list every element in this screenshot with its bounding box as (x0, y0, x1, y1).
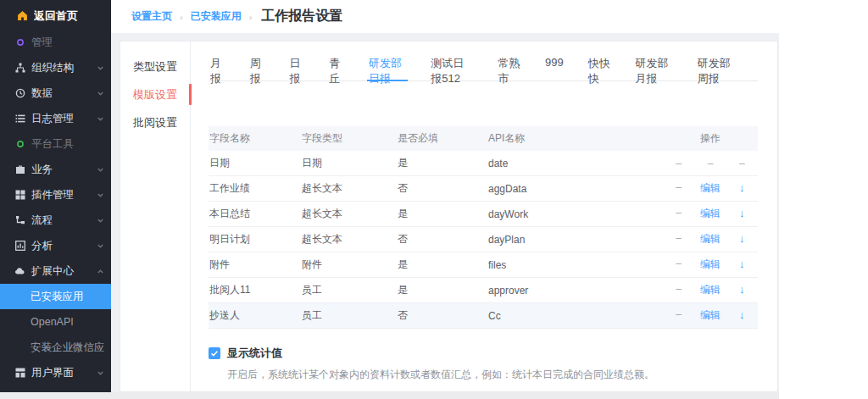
sidebar-item-4[interactable]: 日志管理 (0, 106, 111, 131)
breadcrumb-link-settings-home[interactable]: 设置主页 (131, 9, 172, 24)
table-row: 批阅人11员工是approver–编辑↓ (209, 278, 758, 303)
clock-icon (14, 88, 26, 98)
edit-link[interactable]: 编辑 (694, 283, 726, 297)
sidebar-item-label: 返回首页 (34, 8, 104, 24)
action-disabled-dash: – (663, 232, 694, 247)
sidebar-item-label: 用户界面 (31, 366, 97, 380)
cell-field-name: 附件 (209, 258, 302, 272)
chevron-down-icon (97, 191, 104, 199)
chevron-down-icon (97, 242, 104, 250)
sidebar-item-8[interactable]: 流程 (0, 208, 111, 233)
breadcrumb-link-installed-apps[interactable]: 已安装应用 (191, 9, 242, 24)
action-disabled-dash: – (663, 158, 694, 169)
move-down-icon[interactable]: ↓ (726, 308, 758, 323)
card-content: 月报周报日报青丘研发部日报测试日报512常熟市999快快快研发部月报研发部周报 … (209, 42, 758, 392)
sidebar-item-14[interactable]: 用户界面 (0, 360, 111, 385)
org-structure-icon (14, 63, 26, 73)
table-row: 日期日期是date––– (209, 151, 758, 176)
action-disabled-dash: – (663, 283, 694, 297)
cell-field-name: 明日计划 (209, 232, 302, 247)
action-disabled-dash: – (726, 158, 758, 169)
tab-3[interactable]: 青丘 (327, 53, 346, 80)
cell-required: 否 (398, 232, 488, 247)
field-table: 字段名称字段类型是否必填API名称操作日期日期是date–––工作业绩超长文本否… (209, 126, 758, 329)
cell-field-type: 日期 (302, 156, 398, 170)
cell-field-name: 日期 (209, 156, 302, 170)
move-down-icon[interactable]: ↓ (726, 258, 758, 272)
tab-10[interactable]: 研发部周报 (696, 53, 737, 80)
sidebar-item-11[interactable]: 已安装应用 (0, 284, 111, 309)
settings-menu-item-1[interactable]: 模版设置 (120, 80, 190, 108)
sidebar-item-12[interactable]: OpenAPI (0, 309, 111, 335)
edit-link[interactable]: 编辑 (694, 232, 726, 247)
edit-link[interactable]: 编辑 (694, 207, 726, 221)
move-down-icon[interactable]: ↓ (726, 181, 758, 196)
tab-4[interactable]: 研发部日报 (367, 53, 408, 81)
bottom-edge-strip (0, 392, 779, 399)
action-disabled-dash: – (663, 207, 694, 221)
settings-menu-item-2[interactable]: 批阅设置 (120, 108, 190, 136)
breadcrumb-separator-icon: › (180, 12, 183, 22)
sidebar-item-3[interactable]: 数据 (0, 80, 111, 106)
table-row: 本日总结超长文本是dayWork–编辑↓ (209, 202, 758, 227)
breadcrumb-bar: 设置主页 › 已安装应用 › 工作报告设置 (111, 0, 868, 33)
cell-actions: –编辑↓ (663, 283, 758, 297)
cell-field-type: 超长文本 (302, 181, 398, 196)
tab-8[interactable]: 快快快 (587, 53, 613, 80)
breadcrumb-separator-icon: › (249, 12, 253, 22)
tab-1[interactable]: 周报 (248, 53, 267, 80)
checkmark-icon (210, 349, 219, 357)
sidebar-item-home[interactable]: 返回首页 (0, 2, 111, 30)
sidebar-item-2[interactable]: 组织结构 (0, 55, 111, 80)
stats-section: 显示统计值 开启后，系统统计某个对象内的资料计数或者数值汇总，例如：统计本日完成… (209, 346, 758, 382)
chevron-down-icon (97, 166, 104, 174)
sidebar-item-6[interactable]: 业务 (0, 157, 111, 182)
table-row: 明日计划超长文本否dayPlan–编辑↓ (209, 227, 758, 252)
show-stats-checkbox[interactable] (209, 347, 220, 359)
tab-2[interactable]: 日报 (287, 53, 306, 80)
tab-6[interactable]: 常熟市 (497, 53, 523, 80)
ring-green-icon (14, 140, 26, 148)
move-down-icon[interactable]: ↓ (726, 283, 758, 297)
sidebar-item-label: 日志管理 (31, 112, 97, 126)
col-header-actions: 操作 (663, 131, 758, 146)
cell-field-type: 超长文本 (302, 232, 398, 247)
cell-required: 是 (398, 283, 488, 297)
settings-menu-item-0[interactable]: 类型设置 (120, 53, 190, 80)
edit-link[interactable]: 编辑 (694, 258, 726, 272)
tab-9[interactable]: 研发部月报 (633, 53, 674, 80)
cell-field-type: 附件 (302, 258, 398, 272)
cell-api-name: approver (488, 285, 663, 296)
sidebar-item-label: 数据 (31, 86, 97, 101)
edit-link[interactable]: 编辑 (694, 308, 726, 323)
sidebar-item-1: 管理 (0, 30, 111, 55)
move-down-icon[interactable]: ↓ (726, 232, 758, 247)
sidebar-item-10[interactable]: 扩展中心 (0, 258, 111, 284)
sidebar-item-13[interactable]: 安装企业微信应用 (0, 335, 111, 360)
sidebar-item-label: 组织结构 (31, 61, 97, 75)
cell-api-name: aggData (488, 183, 663, 195)
tab-5[interactable]: 测试日报512 (429, 53, 475, 80)
ui-grid-icon (14, 368, 26, 378)
cell-field-type: 员工 (302, 308, 398, 323)
sidebar-item-7[interactable]: 插件管理 (0, 182, 111, 208)
list-icon (14, 114, 26, 124)
cell-api-name: files (488, 259, 663, 271)
table-row: 工作业绩超长文本否aggData–编辑↓ (209, 176, 758, 202)
sidebar-item-9[interactable]: 分析 (0, 233, 111, 258)
sidebar: 返回首页管理组织结构数据日志管理平台工具业务插件管理流程分析扩展中心已安装应用O… (0, 0, 111, 392)
app-window: 返回首页管理组织结构数据日志管理平台工具业务插件管理流程分析扩展中心已安装应用O… (0, 0, 868, 399)
home-icon (16, 10, 29, 21)
cell-api-name: Cc (488, 310, 663, 322)
cell-field-name: 批阅人11 (209, 283, 302, 297)
chevron-down-icon (97, 115, 104, 123)
move-down-icon[interactable]: ↓ (726, 207, 758, 221)
tab-7[interactable]: 999 (543, 53, 565, 80)
edit-link[interactable]: 编辑 (694, 181, 726, 196)
sidebar-item-label: 扩展中心 (31, 264, 97, 279)
sidebar-item-label: 业务 (31, 163, 97, 177)
cell-field-name: 本日总结 (209, 207, 302, 221)
tab-0[interactable]: 月报 (209, 53, 227, 80)
col-header-field-name: 字段名称 (209, 131, 302, 146)
report-type-tabs: 月报周报日报青丘研发部日报测试日报512常熟市999快快快研发部月报研发部周报 (209, 53, 758, 81)
